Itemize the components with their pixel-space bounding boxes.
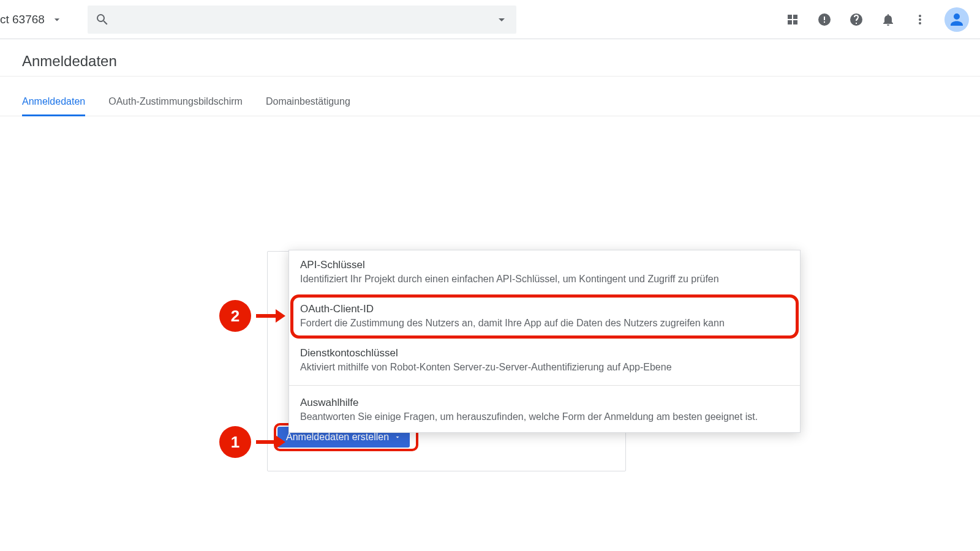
menu-separator: [289, 385, 800, 386]
menu-item-oauth-desc: Fordert die Zustimmung des Nutzers an, d…: [300, 318, 789, 329]
person-icon: [948, 10, 966, 29]
menu-item-service-account-key[interactable]: Dienstkontoschlüssel Aktiviert mithilfe …: [289, 339, 800, 383]
menu-item-help-title: Auswahlhilfe: [300, 397, 789, 409]
top-icons: [785, 7, 969, 32]
menu-item-oauth-client-id[interactable]: OAuth-Client-ID Fordert die Zustimmung d…: [289, 294, 800, 339]
annotation-bubble-2: 2: [219, 300, 251, 332]
create-credentials-label: Anmeldedaten erstellen: [286, 432, 389, 443]
menu-item-api-key-title: API-Schlüssel: [300, 259, 789, 271]
help-icon[interactable]: [849, 12, 864, 27]
menu-item-help-me-choose[interactable]: Auswahlhilfe Beantworten Sie einige Frag…: [289, 388, 800, 432]
gift-icon[interactable]: [785, 12, 800, 27]
page-header: Anmeldedaten: [0, 39, 980, 77]
tab-domain-verification[interactable]: Domainbestätigung: [266, 96, 350, 116]
menu-item-sak-title: Dienstkontoschlüssel: [300, 347, 789, 359]
top-app-bar: ct 63768: [0, 0, 980, 39]
global-search[interactable]: [88, 6, 516, 34]
annotation-2: 2: [219, 300, 279, 332]
notifications-icon[interactable]: [881, 12, 895, 27]
tab-credentials[interactable]: Anmeldedaten: [22, 96, 85, 116]
menu-item-help-desc: Beantworten Sie einige Fragen, um heraus…: [300, 411, 789, 422]
project-name: ct 63768: [0, 13, 45, 26]
page-title: Anmeldedaten: [22, 53, 958, 70]
project-switcher[interactable]: ct 63768: [0, 13, 63, 26]
feedback-icon[interactable]: [817, 12, 832, 27]
tabs: Anmeldedaten OAuth-Zustimmungsbildschirm…: [0, 96, 980, 116]
search-icon: [95, 12, 110, 27]
annotation-arrow-1: [256, 440, 279, 444]
account-avatar[interactable]: [944, 7, 969, 32]
search-input[interactable]: [110, 14, 494, 25]
create-credentials-menu: API-Schlüssel Identifiziert Ihr Projekt …: [288, 250, 801, 433]
annotation-arrow-2: [256, 314, 279, 318]
menu-item-api-key-desc: Identifiziert Ihr Projekt durch einen ei…: [300, 274, 789, 285]
more-vert-icon[interactable]: [913, 12, 927, 27]
menu-item-oauth-title: OAuth-Client-ID: [300, 303, 789, 315]
chevron-down-icon[interactable]: [494, 12, 509, 27]
annotation-1: 1: [219, 426, 279, 458]
menu-item-sak-desc: Aktiviert mithilfe von Robot-Konten Serv…: [300, 362, 789, 373]
stage: Anmeldedaten erstellen API-Schlüssel Ide…: [0, 116, 980, 545]
tab-oauth-consent[interactable]: OAuth-Zustimmungsbildschirm: [108, 96, 243, 116]
menu-item-api-key[interactable]: API-Schlüssel Identifiziert Ihr Projekt …: [289, 250, 800, 294]
caret-down-icon: [394, 433, 401, 441]
annotation-bubble-1: 1: [219, 426, 251, 458]
caret-down-icon: [51, 13, 63, 26]
